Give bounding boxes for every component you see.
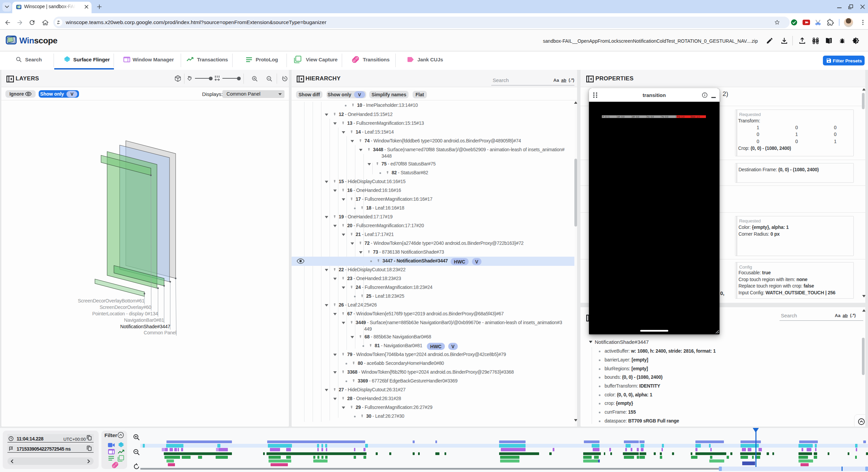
svg-text:PointerLocation - display 0#13: PointerLocation - display 0#134 bbox=[92, 311, 158, 316]
svg-text:ScreenDecorOverlayBottom#61: ScreenDecorOverlayBottom#61 bbox=[78, 298, 145, 303]
svg-text:NotificationShade#3447: NotificationShade#3447 bbox=[120, 324, 171, 329]
svg-text:NavigationBar0#81: NavigationBar0#81 bbox=[124, 317, 164, 323]
svg-text:Common Panel: Common Panel bbox=[144, 330, 176, 335]
svg-text:ScreenDecorOverlay#60: ScreenDecorOverlay#60 bbox=[100, 304, 152, 310]
